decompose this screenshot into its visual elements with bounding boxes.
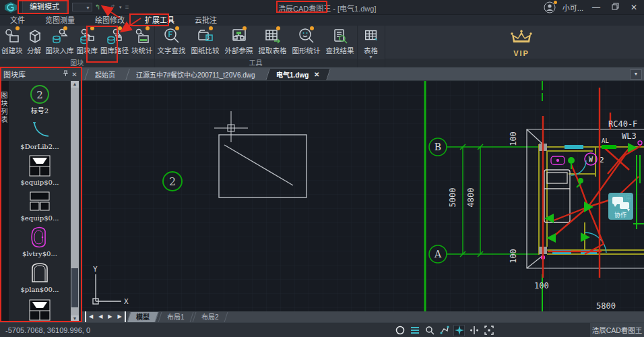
- cursor-coordinates: -5705.7068, 36109.996, 0: [5, 326, 90, 334]
- explode-button[interactable]: 分解: [24, 28, 44, 55]
- scroll-up-icon[interactable]: ▲: [71, 81, 79, 88]
- drawing-canvas[interactable]: 2 B A: [82, 81, 644, 311]
- svg-text:B: B: [434, 142, 441, 152]
- panel-side-tab[interactable]: 图块列表: [0, 81, 9, 322]
- tab-list-caret[interactable]: ▼: [630, 69, 642, 80]
- table-dropdown-button[interactable]: 表格 ▼: [358, 28, 385, 59]
- graphic-stats-icon: [298, 28, 315, 45]
- restore-button[interactable]: [609, 0, 621, 15]
- door-arc-thumb: [26, 119, 53, 143]
- collaboration-button[interactable]: 协作: [608, 193, 633, 220]
- user-name[interactable]: 小可...: [562, 2, 583, 13]
- block-library-button[interactable]: 图块库: [75, 28, 100, 55]
- panel-close-icon[interactable]: ✕: [70, 71, 79, 78]
- navigation-star-icon[interactable]: [453, 325, 465, 336]
- equip-thumb: [26, 190, 53, 214]
- block-item-dorlib[interactable]: $DorLib2...: [9, 119, 71, 154]
- window-title-app: 浩辰CAD看图王: [278, 5, 331, 13]
- block-library-panel: 图块库 ✕ 图块列表 2 标号2: [0, 67, 82, 322]
- tab-layout1[interactable]: 布局1: [158, 312, 193, 322]
- menu-bar: 文件 览图测量 绘图修改 扩展工具 云批注: [0, 15, 644, 26]
- drawing-canvas-area[interactable]: 2 B A: [82, 81, 644, 311]
- text-find-button[interactable]: 文字查找: [155, 28, 189, 55]
- ribbon-group-tools: 文字查找 图纸比较 外部参照 提取表格: [155, 26, 358, 67]
- slider-icon[interactable]: [468, 325, 480, 336]
- vip-button[interactable]: VIP: [507, 30, 536, 57]
- create-block-button[interactable]: 创建块: [0, 28, 24, 55]
- pin-icon[interactable]: [61, 70, 70, 78]
- panel-scrollbar[interactable]: ▲ ▼: [71, 81, 79, 322]
- window-title: 浩辰CAD看图王 - [电气1.dwg]: [278, 3, 376, 13]
- svg-text:5800: 5800: [596, 301, 616, 311]
- zoom-icon[interactable]: [424, 325, 435, 336]
- find-result-label: 查找结果: [325, 45, 356, 55]
- tab-close-icon[interactable]: ✕: [314, 71, 319, 78]
- text-find-icon: [163, 28, 181, 45]
- plan-thumb: [26, 262, 53, 286]
- redo-caret[interactable]: ▼: [119, 5, 123, 9]
- menu-file[interactable]: 文件: [0, 15, 35, 26]
- menu-view-measure[interactable]: 览图测量: [35, 15, 85, 26]
- menu-cloud-annotation[interactable]: 云批注: [185, 15, 227, 26]
- ribbon-group-block: 创建块 分解 图块入库 图块库: [0, 26, 155, 67]
- user-avatar[interactable]: [544, 1, 556, 13]
- last-tab-icon[interactable]: ▶: [115, 311, 125, 322]
- fullscreen-icon[interactable]: [483, 325, 494, 336]
- xref-button[interactable]: 外部参照: [222, 28, 256, 55]
- next-tab-icon[interactable]: ▶: [105, 311, 115, 322]
- extract-table-button[interactable]: 提取表格: [256, 28, 290, 55]
- prev-tab-icon[interactable]: ◀: [96, 311, 105, 322]
- drawing-compare-button[interactable]: 图纸比较: [189, 28, 222, 55]
- block-item-lvtry[interactable]: $lvtry$0...: [9, 226, 71, 261]
- svg-text:A: A: [434, 249, 442, 259]
- polyline-measure-icon[interactable]: [439, 325, 450, 336]
- library-path-button[interactable]: 图库路径: [99, 28, 130, 55]
- extract-table-icon: [264, 28, 282, 45]
- collab-label: 协作: [614, 211, 626, 218]
- document-tab-bar: 起始页 辽源五中7#餐饮中心200711_t20V6.dwg 电气1.dwg✕ …: [82, 67, 644, 81]
- vip-dot: [15, 26, 20, 30]
- lavatory-thumb: [26, 226, 53, 250]
- tab-doc1[interactable]: 辽源五中7#餐饮中心200711_t20V6.dwg: [125, 69, 265, 80]
- orbit-icon[interactable]: [394, 325, 406, 336]
- quick-access-combo[interactable]: ▼: [72, 3, 92, 11]
- block-import-button[interactable]: 图块入库: [44, 28, 75, 55]
- graphic-stats-button[interactable]: 图形统计: [290, 28, 323, 55]
- close-button[interactable]: ✕: [628, 0, 640, 15]
- find-result-button[interactable]: 查找结果: [323, 28, 357, 55]
- tab-doc2-active[interactable]: 电气1.dwg✕: [265, 69, 330, 80]
- undo-button[interactable]: ↰: [94, 3, 101, 12]
- block-item-plan[interactable]: $plan$00...: [9, 262, 71, 297]
- svg-text:RC40-F: RC40-F: [608, 119, 637, 129]
- block-item-label: $equip$0...: [9, 214, 71, 222]
- block-item-equip2[interactable]: $equip$0...: [9, 190, 71, 225]
- block-item-biaohao2[interactable]: 2 标号2: [9, 83, 71, 118]
- tab-model[interactable]: 模型: [127, 312, 158, 322]
- minimize-button[interactable]: —: [590, 0, 602, 15]
- window-title-doc: - [电气1.dwg]: [331, 5, 376, 13]
- tab-start-page[interactable]: 起始页: [84, 69, 125, 80]
- block-import-label: 图块入库: [46, 45, 74, 55]
- customize-toolbar-button[interactable]: ≡: [125, 3, 130, 12]
- menu-extended-tools[interactable]: 扩展工具: [135, 15, 185, 26]
- block-stats-button[interactable]: 块统计: [130, 28, 154, 55]
- explode-label: 分解: [26, 45, 43, 55]
- block-item-label: $lvtry$0...: [9, 250, 71, 257]
- xref-icon: [230, 28, 248, 45]
- redo-button[interactable]: ↱: [109, 3, 116, 12]
- status-toolbar: [394, 323, 494, 337]
- scroll-down-icon[interactable]: ▼: [71, 315, 79, 322]
- tab-layout2[interactable]: 布局2: [193, 312, 228, 322]
- block-list: 2 标号2 $DorLib2... $equip$0.: [9, 81, 71, 322]
- menu-draw-modify[interactable]: 绘图修改: [85, 15, 135, 26]
- ribbon-group-tools-label: 工具: [155, 59, 357, 67]
- layers-icon[interactable]: [409, 325, 420, 336]
- svg-text:W: W: [589, 156, 593, 163]
- scroll-thumb[interactable]: [71, 268, 78, 307]
- block-item-equip1[interactable]: $equip$0...: [9, 154, 71, 189]
- first-tab-icon[interactable]: ◀: [85, 311, 96, 322]
- edit-mode-button[interactable]: 编辑模式: [22, 1, 67, 13]
- block-item-partial[interactable]: [9, 297, 71, 322]
- undo-caret[interactable]: ▼: [103, 5, 107, 9]
- status-bar: -5705.7068, 36109.996, 0 浩辰CAD看图王: [0, 322, 644, 337]
